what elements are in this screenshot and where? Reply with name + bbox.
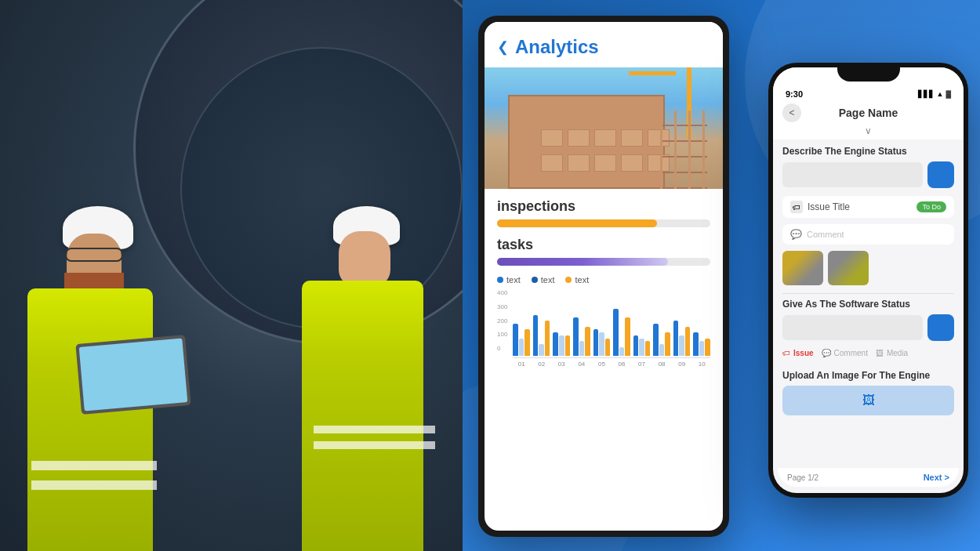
bar-group [593,329,611,356]
battery-icon: ▓ [946,90,951,98]
window [541,154,563,172]
action-media-icon: 🖼 [876,349,884,357]
workers-scene [0,0,463,551]
chart-x-label: 10 [693,361,710,368]
bar-light [619,347,625,356]
comment-input-row[interactable]: 💬 Comment [782,224,954,245]
analytics-chevron-icon[interactable]: ❮ [497,38,509,56]
engine-status-submit-button[interactable] [927,161,954,188]
issue-icon: 🏷 [782,349,790,357]
chart-x-label: 04 [573,361,590,368]
worker-male-stripe2 [31,480,157,490]
construction-image [485,67,723,189]
window [541,129,563,147]
bar-blue [593,329,599,356]
legend-item-blue2: text [532,275,555,285]
analytics-header: ❮ Analytics [485,22,723,67]
bar-orange [705,339,710,357]
robot-thumbnail [782,251,823,285]
bar-orange [625,317,630,356]
tasks-label: tasks [497,237,710,253]
y-label-100: 100 [497,331,507,338]
next-button[interactable]: Next > [924,473,949,482]
tasks-section: tasks [497,237,710,266]
software-status-input[interactable] [782,315,923,340]
legend-label-3: text [575,275,589,285]
window [594,129,616,147]
issue-row[interactable]: 🏷 Issue Title To Do [782,196,954,218]
bar-light [639,339,644,357]
chart-x-label: 07 [633,361,651,368]
action-bar: 🏷 Issue 💬 Comment 🖼 Media [782,349,954,357]
back-button[interactable]: < [782,103,801,122]
bar-blue [513,324,518,356]
bar-light [599,332,604,356]
software-status-row [782,314,954,341]
left-panel [0,0,463,551]
software-status-submit-button[interactable] [927,314,954,341]
inspections-progress-track [497,219,710,227]
action-media[interactable]: 🖼 Media [876,349,908,357]
upload-icon: 🖼 [862,393,875,408]
bar-blue [613,309,619,356]
legend-dot-blue2 [532,277,538,283]
action-comment[interactable]: 💬 Comment [822,349,868,357]
inspections-label: inspections [497,198,710,215]
todo-badge: To Do [916,201,946,212]
worker-female-stripe [314,426,435,433]
analytics-title: Analytics [515,36,599,58]
analytics-content: inspections tasks text [485,189,723,377]
y-label-400: 400 [497,289,507,296]
laptop [75,335,191,415]
chart-x-labels: 01020304050607080910 [513,361,710,368]
section-divider [782,293,954,294]
machinery-thumbnail [828,251,869,285]
bar-blue [653,324,659,356]
bar-group [673,321,691,356]
window [594,154,616,172]
thumbnail-2[interactable] [828,251,869,285]
bar-orange [585,327,590,357]
worker-female-head [339,231,390,286]
thumbnail-1[interactable] [782,251,823,285]
software-status-label: Give As The Software Status [782,299,954,310]
building-windows-row2 [541,129,670,147]
action-comment-label: Comment [834,349,868,357]
comment-icon: 💬 [790,229,802,240]
phone-chevron-down[interactable]: ∨ [773,124,964,140]
bar-orange [605,339,611,357]
tasks-progress-fill [497,258,668,266]
action-media-label: Media [887,349,908,357]
chart-container: 400 300 200 100 0 01020304050607080910 [497,289,710,368]
y-label-200: 200 [497,317,507,324]
chart-x-label: 02 [533,361,550,368]
phone-notch [837,63,900,82]
crane-arm [629,71,676,75]
bar-light [539,344,544,356]
phone-bottom-bar: Page 1/2 Next > [778,468,959,487]
action-issue[interactable]: 🏷 Issue [782,349,814,357]
chart-x-label: 03 [553,361,570,368]
engine-status-input[interactable] [782,162,923,187]
bar-blue [533,315,539,357]
worker-male-stripe [31,461,157,470]
chart-x-label: 05 [593,361,611,368]
upload-button[interactable]: 🖼 [782,386,954,415]
bar-light [579,341,585,356]
bar-light [699,341,705,356]
wifi-icon: ▲ [937,90,944,98]
phone-screen: 9:30 ▋▋▋ ▲ ▓ < Page Name ∨ Describe The … [773,67,964,493]
chart-x-label: 01 [513,361,530,368]
bar-chart [513,295,710,358]
bar-group [513,324,530,356]
bar-orange [645,341,651,356]
bar-blue [553,332,558,356]
worker-female-stripe2 [314,441,435,449]
legend-label-2: text [541,275,555,285]
engine-status-label: Describe The Engine Status [782,146,954,157]
issue-left: 🏷 Issue Title [790,201,850,213]
inspections-progress-fill [497,219,657,227]
bar-group [613,309,630,356]
bar-light [519,339,524,357]
action-comment-icon: 💬 [822,349,831,357]
